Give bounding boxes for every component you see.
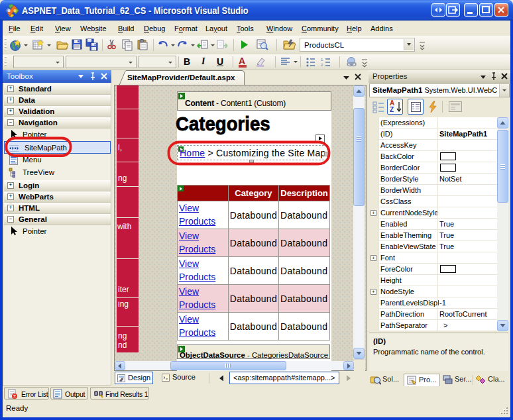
svg-text:1: 1: [321, 58, 323, 62]
svg-text:2: 2: [321, 63, 323, 67]
